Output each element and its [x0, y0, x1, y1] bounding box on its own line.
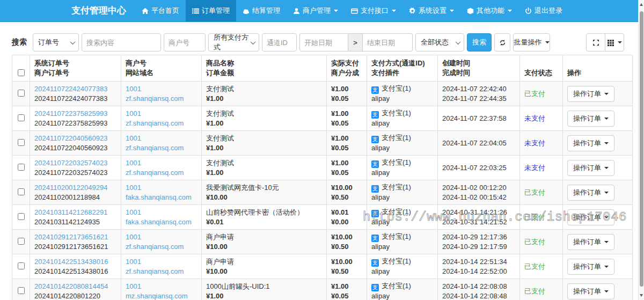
row-checkbox[interactable] — [18, 213, 25, 220]
product-name: 商户申请 — [206, 257, 322, 267]
columns-button[interactable] — [605, 33, 624, 52]
status-badge: 已支付 — [524, 287, 545, 295]
caret-down-icon — [450, 10, 454, 12]
merchant-id-link[interactable]: 1001 — [126, 159, 141, 167]
domain-link[interactable]: zf.shanqiansq.com — [126, 267, 184, 275]
pay-method: 支付宝(1) — [382, 232, 411, 240]
select-all-checkbox[interactable] — [18, 69, 25, 76]
nav-item-label: 平台首页 — [151, 6, 179, 16]
caret-down-icon — [604, 93, 609, 95]
merchant-share: ¥0.05 — [331, 119, 362, 128]
domain-link[interactable]: zf.shanqiansq.com — [126, 169, 184, 177]
order-action-button[interactable]: 操作订单 — [567, 209, 614, 225]
system-order-link[interactable]: 2024110722032574023 — [34, 159, 107, 167]
order-action-button[interactable]: 操作订单 — [567, 135, 614, 151]
merchant-id-input[interactable] — [164, 33, 206, 52]
pay-method-select[interactable]: 所有支付方式 — [208, 33, 259, 52]
order-action-button[interactable]: 操作订单 — [567, 234, 614, 250]
caret-down-icon — [618, 41, 622, 43]
nav-item-user[interactable]: 商户管理 — [287, 0, 345, 21]
table-tools — [586, 33, 624, 52]
merchant-id-link[interactable]: 1001 — [126, 233, 141, 241]
order-amount: ¥0.01 — [206, 217, 322, 227]
merchant-share: ¥0.50 — [331, 267, 362, 276]
nav-item-cloud[interactable]: 结算管理 — [236, 0, 287, 21]
row-checkbox[interactable] — [18, 262, 25, 269]
order-action-button[interactable]: 操作订单 — [567, 185, 614, 201]
merchant-order-number: 20241031142124935 — [34, 217, 116, 227]
nav-item-list[interactable]: 订单管理 — [186, 0, 236, 21]
order-action-button[interactable]: 操作订单 — [567, 111, 614, 127]
order-action-button[interactable]: 操作订单 — [567, 283, 614, 299]
system-order-link[interactable]: 2024101422513438016 — [34, 258, 108, 266]
merchant-id-link[interactable]: 1001 — [126, 134, 141, 142]
caret-down-icon — [545, 41, 550, 43]
order-action-button[interactable]: 操作订单 — [567, 160, 614, 176]
channel-id-input[interactable] — [262, 33, 297, 52]
system-order-link[interactable]: 2024110722424077383 — [34, 85, 107, 93]
system-order-link[interactable]: 2024101422080814454 — [34, 282, 108, 290]
pay-plugin: alipay — [371, 242, 433, 252]
merchant-id-link[interactable]: 1001 — [126, 184, 141, 192]
row-checkbox[interactable] — [18, 90, 25, 97]
navbar: 支付管理中心 平台首页 订单管理 结算管理 商户管理 支付接口 系统设置 其他功… — [0, 0, 644, 22]
paid-amount: ¥1.00 — [331, 282, 362, 291]
system-order-link[interactable]: 2024103114212682291 — [34, 208, 107, 216]
row-checkbox[interactable] — [18, 188, 25, 195]
nav-item-cube[interactable]: 其他功能 — [460, 0, 518, 21]
completed-time: 2024-10-31 14:21:52 — [442, 217, 515, 227]
power-icon — [525, 8, 532, 14]
domain-link[interactable]: mz.shanqiansq.com — [126, 292, 188, 300]
nav-item-home[interactable]: 平台首页 — [135, 0, 186, 21]
merchant-id-link[interactable]: 1001 — [126, 282, 141, 290]
refresh-button[interactable] — [494, 33, 510, 52]
merchant-id-link[interactable]: 1001 — [126, 85, 141, 93]
vertical-scrollbar[interactable] — [638, 0, 644, 300]
merchant-id-link[interactable]: 1001 — [126, 109, 141, 118]
merchant-share: ¥0.05 — [331, 291, 362, 300]
table-row: 2024110200122049294 20241102001218984 10… — [12, 180, 633, 205]
row-checkbox[interactable] — [18, 139, 25, 146]
batch-actions-button[interactable]: 批量操作 — [513, 33, 550, 52]
system-order-link[interactable]: 2024110722040560923 — [34, 134, 107, 142]
row-checkbox[interactable] — [18, 164, 25, 171]
nav-item-gear[interactable]: 系统设置 — [402, 0, 460, 21]
domain-link[interactable]: zf.shanqiansq.com — [126, 243, 184, 251]
domain-link[interactable]: zf.shanqiansq.com — [126, 119, 184, 127]
merchant-id-link[interactable]: 1001 — [126, 208, 141, 216]
nav-item-label: 订单管理 — [202, 6, 230, 16]
chevron-down-icon — [70, 39, 76, 45]
product-name: 支付测试 — [206, 134, 322, 143]
system-order-link[interactable]: 2024110722375825993 — [34, 109, 107, 118]
scrollbar-thumb[interactable] — [640, 11, 643, 287]
domain-link[interactable]: zf.shanqiansq.com — [126, 144, 184, 152]
system-order-link[interactable]: 2024102912173651621 — [34, 233, 108, 241]
pay-method: 支付宝(1) — [382, 158, 411, 166]
row-checkbox[interactable] — [18, 238, 25, 245]
order-type-select[interactable]: 订单号 — [33, 33, 79, 52]
search-keyword-input[interactable] — [82, 33, 161, 52]
status-badge: 未支付 — [524, 114, 545, 122]
scroll-up-icon[interactable] — [640, 3, 643, 6]
order-action-button[interactable]: 操作订单 — [567, 259, 614, 275]
system-order-link[interactable]: 2024110200122049294 — [34, 184, 107, 192]
domain-link[interactable]: faka.shanqiansq.com — [126, 218, 192, 226]
created-time: 2024-10-31 14:21:26 — [442, 208, 515, 217]
status-filter-select[interactable]: 全部状态 — [415, 33, 464, 52]
paid-amount: ¥1.00 — [331, 158, 362, 168]
end-date-input[interactable] — [363, 33, 413, 52]
domain-link[interactable]: faka.shanqiansq.com — [126, 193, 192, 201]
domain-link[interactable]: zf.shanqiansq.com — [126, 94, 184, 103]
col-header: 商户号 — [126, 58, 197, 68]
date-range-separator[interactable]: > — [348, 33, 363, 52]
merchant-id-link[interactable]: 1001 — [126, 258, 141, 266]
nav-item-power[interactable]: 退出登录 — [518, 0, 569, 21]
start-date-input[interactable] — [299, 33, 348, 52]
scroll-down-icon[interactable] — [640, 294, 643, 297]
search-button[interactable]: 搜索 — [467, 33, 492, 52]
nav-item-credit-card[interactable]: 支付接口 — [345, 0, 402, 21]
order-action-button[interactable]: 操作订单 — [567, 86, 614, 102]
fullscreen-button[interactable] — [586, 33, 605, 52]
row-checkbox[interactable] — [18, 287, 25, 294]
row-checkbox[interactable] — [18, 114, 25, 121]
